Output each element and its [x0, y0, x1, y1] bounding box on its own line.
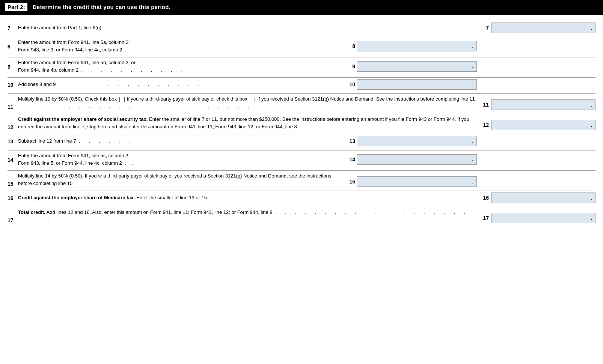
- input-14[interactable]: .: [357, 154, 477, 165]
- dots-7: . . . . . . . . . . . . . . . . .: [104, 25, 265, 30]
- field-label-12: 12: [481, 122, 489, 128]
- field-label-7: 7: [481, 25, 489, 31]
- right-col-16: 16 .: [479, 193, 595, 203]
- right-col-7: 7 .: [479, 23, 595, 33]
- dots-13: . . . . . . . . .: [79, 138, 161, 144]
- dots-17: . . . . . . . . . . . . . . . . . . . . …: [18, 209, 471, 223]
- sep-7-8: [8, 37, 595, 37]
- decimal-13: .: [472, 138, 473, 144]
- line-num-7: 7: [8, 24, 18, 31]
- sep-14-15: [8, 170, 595, 171]
- sep-9-10: [8, 77, 595, 78]
- mid-field-10: 10 .: [348, 79, 477, 90]
- mid-field-14: 14 .: [348, 154, 477, 165]
- line-text-12: Credit against the employer share of soc…: [18, 116, 479, 130]
- row-8: 8 Enter the amount from Form 941, line 5…: [8, 39, 595, 53]
- mid-field-9: 9 .: [348, 61, 477, 72]
- row-7: 7 Enter the amount from Part 1, line 6(g…: [8, 23, 595, 33]
- line-num-15: 15: [8, 180, 18, 187]
- input-9[interactable]: .: [357, 61, 477, 72]
- sep-10-11: [8, 93, 595, 94]
- part-header: Part 2: Determine the credit that you ca…: [0, 0, 603, 15]
- field-label-17: 17: [481, 215, 489, 221]
- decimal-9: .: [472, 63, 473, 69]
- line-num-13: 13: [8, 138, 18, 144]
- line-text-13: Subtract line 12 from line 7 . . . . . .…: [18, 137, 348, 145]
- dots-16: . .: [210, 195, 219, 200]
- input-16[interactable]: .: [491, 193, 595, 203]
- dots-14: . .: [125, 160, 134, 166]
- input-15[interactable]: .: [357, 176, 477, 187]
- row-13: 13 Subtract line 12 from line 7 . . . . …: [8, 136, 595, 146]
- field-label-16: 16: [481, 195, 489, 201]
- decimal-11: .: [591, 102, 592, 108]
- line-num-9: 9: [8, 63, 18, 70]
- line-num-8: 8: [8, 43, 18, 50]
- field-label-14: 14: [348, 156, 355, 162]
- sep-8-9: [8, 57, 595, 57]
- sep-11-12: [8, 114, 595, 114]
- field-label-11: 11: [481, 102, 489, 108]
- decimal-7: .: [591, 25, 592, 31]
- sep-15-16: [8, 191, 595, 191]
- sep-13-14: [8, 150, 595, 150]
- line-text-7: Enter the amount from Part 1, line 6(g) …: [18, 24, 479, 32]
- line-num-12: 12: [8, 123, 18, 130]
- decimal-16: .: [591, 195, 592, 201]
- decimal-10: .: [472, 82, 473, 87]
- line-text-17: Total credit. Add lines 12 and 16. Also,…: [18, 209, 479, 223]
- input-12[interactable]: .: [491, 120, 595, 130]
- mid-field-8: 8 .: [348, 41, 477, 51]
- part-label: Part 2:: [5, 2, 28, 12]
- dots-12: . . . . . . . . . .: [300, 124, 392, 129]
- decimal-17: .: [591, 215, 592, 221]
- row-17: 17 Total credit. Add lines 12 and 16. Al…: [8, 209, 595, 223]
- input-8[interactable]: .: [357, 41, 477, 51]
- line-text-9: Enter the amount from Form 941, line 5b,…: [18, 59, 348, 74]
- line-text-8: Enter the amount from Form 941, line 5a,…: [18, 39, 348, 53]
- sep-12-13: [8, 134, 595, 134]
- mid-field-13: 13 .: [348, 136, 477, 146]
- input-7[interactable]: .: [491, 23, 595, 33]
- row-16: 16 Credit against the employer share of …: [8, 193, 595, 203]
- row-15: 15 Multiply line 14 by 50% (0.50). If yo…: [8, 172, 595, 187]
- input-17[interactable]: .: [491, 213, 595, 223]
- part-title: Determine the credit that you can use th…: [33, 4, 171, 10]
- checkbox-11a[interactable]: [119, 97, 125, 102]
- decimal-14: .: [472, 156, 473, 162]
- decimal-12: .: [591, 122, 592, 128]
- row-10: 10 Add lines 8 and 9 . . . . . . . . . .…: [8, 79, 595, 90]
- dots-8: . .: [125, 47, 135, 53]
- line-num-11: 11: [8, 103, 18, 110]
- line-num-16: 16: [8, 194, 18, 201]
- mid-field-15: 15 .: [348, 176, 477, 187]
- dots-10: . . . . . . . . . . . . . . .: [59, 81, 200, 87]
- field-label-9: 9: [348, 63, 355, 69]
- sep-16-17: [8, 207, 595, 207]
- row-11: 11 Multiply line 10 by 50% (0.50). Check…: [8, 95, 595, 110]
- dots-9: . . . . . . . . . . .: [81, 67, 183, 73]
- line-text-16: Credit against the employer share of Med…: [18, 194, 479, 202]
- line-text-10: Add lines 8 and 9 . . . . . . . . . . . …: [18, 81, 348, 88]
- decimal-15: .: [472, 179, 473, 185]
- row-12: 12 Credit against the employer share of …: [8, 116, 595, 130]
- decimal-8: .: [472, 43, 473, 49]
- input-10[interactable]: .: [357, 79, 477, 90]
- line-text-15: Multiply line 14 by 50% (0.50). If you'r…: [18, 172, 348, 187]
- line-num-14: 14: [8, 156, 18, 163]
- line-text-11: Multiply line 10 by 50% (0.50). Check th…: [18, 95, 479, 110]
- row-9: 9 Enter the amount from Form 941, line 5…: [8, 59, 595, 74]
- checkbox-11b[interactable]: [250, 97, 255, 102]
- field-label-13: 13: [348, 138, 355, 144]
- line-num-10: 10: [8, 81, 18, 88]
- form-content: 7 Enter the amount from Part 1, line 6(g…: [0, 15, 603, 232]
- field-label-8: 8: [348, 43, 355, 49]
- right-col-17: 17 .: [479, 213, 595, 223]
- dots-11: . . . . . . . . . . . . . . . . . . . . …: [20, 104, 250, 109]
- field-label-15: 15: [348, 179, 355, 185]
- page: Part 2: Determine the credit that you ca…: [0, 0, 603, 232]
- right-col-11: 11 .: [479, 99, 595, 110]
- input-13[interactable]: .: [357, 136, 477, 146]
- field-label-10: 10: [348, 81, 355, 87]
- input-11[interactable]: .: [491, 99, 595, 110]
